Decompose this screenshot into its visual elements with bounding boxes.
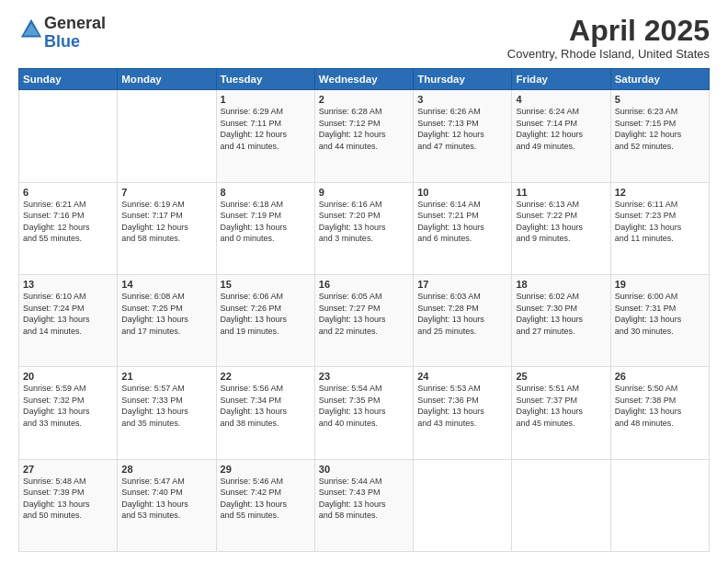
day-number: 11	[516, 187, 606, 198]
day-number: 8	[221, 187, 311, 198]
day-info: Sunrise: 6:21 AM Sunset: 7:16 PM Dayligh…	[23, 199, 113, 245]
day-info: Sunrise: 6:00 AM Sunset: 7:31 PM Dayligh…	[615, 291, 705, 337]
day-info: Sunrise: 6:06 AM Sunset: 7:26 PM Dayligh…	[221, 291, 311, 337]
cell-w1-d2	[118, 90, 216, 182]
day-number: 28	[121, 464, 211, 475]
day-info: Sunrise: 6:08 AM Sunset: 7:25 PM Dayligh…	[121, 291, 211, 337]
day-number: 27	[23, 464, 113, 475]
day-info: Sunrise: 6:28 AM Sunset: 7:12 PM Dayligh…	[319, 106, 409, 152]
cell-w5-d4: 30Sunrise: 5:44 AM Sunset: 7:43 PM Dayli…	[314, 459, 413, 551]
cell-w4-d3: 22Sunrise: 5:56 AM Sunset: 7:34 PM Dayli…	[216, 367, 314, 459]
day-info: Sunrise: 6:14 AM Sunset: 7:21 PM Dayligh…	[417, 199, 507, 245]
cell-w5-d7	[610, 459, 709, 551]
day-info: Sunrise: 6:18 AM Sunset: 7:19 PM Dayligh…	[221, 199, 311, 245]
cell-w1-d3: 1Sunrise: 6:29 AM Sunset: 7:11 PM Daylig…	[216, 90, 314, 182]
day-number: 4	[516, 94, 606, 105]
calendar-header-row: Sunday Monday Tuesday Wednesday Thursday…	[19, 69, 710, 90]
day-number: 20	[23, 371, 113, 382]
calendar-table: Sunday Monday Tuesday Wednesday Thursday…	[18, 68, 710, 552]
cell-w3-d2: 14Sunrise: 6:08 AM Sunset: 7:25 PM Dayli…	[118, 274, 216, 366]
logo: General Blue	[18, 15, 106, 52]
day-number: 24	[417, 371, 507, 382]
cell-w2-d3: 8Sunrise: 6:18 AM Sunset: 7:19 PM Daylig…	[216, 182, 314, 274]
day-info: Sunrise: 5:59 AM Sunset: 7:32 PM Dayligh…	[23, 383, 113, 429]
day-number: 17	[417, 279, 507, 290]
cell-w5-d6	[512, 459, 610, 551]
day-number: 13	[23, 279, 113, 290]
cell-w4-d4: 23Sunrise: 5:54 AM Sunset: 7:35 PM Dayli…	[314, 367, 413, 459]
day-number: 26	[615, 371, 705, 382]
day-number: 10	[417, 187, 507, 198]
location: Coventry, Rhode Island, United States	[507, 47, 710, 61]
day-info: Sunrise: 6:29 AM Sunset: 7:11 PM Dayligh…	[221, 106, 311, 152]
col-thursday: Thursday	[414, 69, 512, 90]
day-info: Sunrise: 5:57 AM Sunset: 7:33 PM Dayligh…	[121, 383, 211, 429]
col-monday: Monday	[118, 69, 216, 90]
week-row-1: 1Sunrise: 6:29 AM Sunset: 7:11 PM Daylig…	[19, 90, 710, 182]
cell-w4-d5: 24Sunrise: 5:53 AM Sunset: 7:36 PM Dayli…	[414, 367, 512, 459]
col-wednesday: Wednesday	[314, 69, 413, 90]
day-info: Sunrise: 5:51 AM Sunset: 7:37 PM Dayligh…	[516, 383, 606, 429]
day-number: 1	[221, 94, 311, 105]
day-info: Sunrise: 6:16 AM Sunset: 7:20 PM Dayligh…	[319, 199, 409, 245]
day-info: Sunrise: 6:13 AM Sunset: 7:22 PM Dayligh…	[516, 199, 606, 245]
cell-w3-d5: 17Sunrise: 6:03 AM Sunset: 7:28 PM Dayli…	[414, 274, 512, 366]
cell-w4-d1: 20Sunrise: 5:59 AM Sunset: 7:32 PM Dayli…	[19, 367, 118, 459]
day-info: Sunrise: 5:54 AM Sunset: 7:35 PM Dayligh…	[319, 383, 409, 429]
day-info: Sunrise: 6:11 AM Sunset: 7:23 PM Dayligh…	[615, 199, 705, 245]
header: General Blue April 2025 Coventry, Rhode …	[18, 15, 710, 61]
day-number: 14	[121, 279, 211, 290]
day-number: 9	[319, 187, 409, 198]
cell-w5-d1: 27Sunrise: 5:48 AM Sunset: 7:39 PM Dayli…	[19, 459, 118, 551]
cell-w3-d6: 18Sunrise: 6:02 AM Sunset: 7:30 PM Dayli…	[512, 274, 610, 366]
cell-w4-d6: 25Sunrise: 5:51 AM Sunset: 7:37 PM Dayli…	[512, 367, 610, 459]
day-info: Sunrise: 6:19 AM Sunset: 7:17 PM Dayligh…	[121, 199, 211, 245]
cell-w4-d2: 21Sunrise: 5:57 AM Sunset: 7:33 PM Dayli…	[118, 367, 216, 459]
logo-blue-text: Blue	[44, 32, 80, 51]
day-info: Sunrise: 5:56 AM Sunset: 7:34 PM Dayligh…	[221, 383, 311, 429]
cell-w3-d4: 16Sunrise: 6:05 AM Sunset: 7:27 PM Dayli…	[314, 274, 413, 366]
week-row-5: 27Sunrise: 5:48 AM Sunset: 7:39 PM Dayli…	[19, 459, 710, 551]
day-info: Sunrise: 5:53 AM Sunset: 7:36 PM Dayligh…	[417, 383, 507, 429]
day-info: Sunrise: 6:10 AM Sunset: 7:24 PM Dayligh…	[23, 291, 113, 337]
cell-w2-d1: 6Sunrise: 6:21 AM Sunset: 7:16 PM Daylig…	[19, 182, 118, 274]
cell-w2-d7: 12Sunrise: 6:11 AM Sunset: 7:23 PM Dayli…	[610, 182, 709, 274]
day-number: 2	[319, 94, 409, 105]
day-info: Sunrise: 6:03 AM Sunset: 7:28 PM Dayligh…	[417, 291, 507, 337]
cell-w2-d4: 9Sunrise: 6:16 AM Sunset: 7:20 PM Daylig…	[314, 182, 413, 274]
cell-w3-d7: 19Sunrise: 6:00 AM Sunset: 7:31 PM Dayli…	[610, 274, 709, 366]
col-saturday: Saturday	[610, 69, 709, 90]
day-number: 19	[615, 279, 705, 290]
cell-w2-d2: 7Sunrise: 6:19 AM Sunset: 7:17 PM Daylig…	[118, 182, 216, 274]
day-number: 16	[319, 279, 409, 290]
day-info: Sunrise: 6:23 AM Sunset: 7:15 PM Dayligh…	[615, 106, 705, 152]
day-number: 18	[516, 279, 606, 290]
day-number: 5	[615, 94, 705, 105]
day-info: Sunrise: 5:46 AM Sunset: 7:42 PM Dayligh…	[221, 476, 311, 522]
week-row-2: 6Sunrise: 6:21 AM Sunset: 7:16 PM Daylig…	[19, 182, 710, 274]
day-info: Sunrise: 6:26 AM Sunset: 7:13 PM Dayligh…	[417, 106, 507, 152]
col-tuesday: Tuesday	[216, 69, 314, 90]
cell-w3-d3: 15Sunrise: 6:06 AM Sunset: 7:26 PM Dayli…	[216, 274, 314, 366]
cell-w3-d1: 13Sunrise: 6:10 AM Sunset: 7:24 PM Dayli…	[19, 274, 118, 366]
day-number: 7	[121, 187, 211, 198]
day-number: 12	[615, 187, 705, 198]
day-info: Sunrise: 5:47 AM Sunset: 7:40 PM Dayligh…	[121, 476, 211, 522]
day-number: 30	[319, 464, 409, 475]
day-info: Sunrise: 6:02 AM Sunset: 7:30 PM Dayligh…	[516, 291, 606, 337]
cell-w4-d7: 26Sunrise: 5:50 AM Sunset: 7:38 PM Dayli…	[610, 367, 709, 459]
cell-w2-d5: 10Sunrise: 6:14 AM Sunset: 7:21 PM Dayli…	[414, 182, 512, 274]
cell-w5-d3: 29Sunrise: 5:46 AM Sunset: 7:42 PM Dayli…	[216, 459, 314, 551]
logo-general-text: General	[44, 14, 106, 32]
day-number: 25	[516, 371, 606, 382]
cell-w1-d7: 5Sunrise: 6:23 AM Sunset: 7:15 PM Daylig…	[610, 90, 709, 182]
cell-w2-d6: 11Sunrise: 6:13 AM Sunset: 7:22 PM Dayli…	[512, 182, 610, 274]
day-number: 6	[23, 187, 113, 198]
col-friday: Friday	[512, 69, 610, 90]
day-number: 22	[221, 371, 311, 382]
month-title: April 2025	[507, 15, 710, 47]
day-number: 23	[319, 371, 409, 382]
title-block: April 2025 Coventry, Rhode Island, Unite…	[507, 15, 710, 61]
page: General Blue April 2025 Coventry, Rhode …	[0, 0, 728, 563]
logo-icon	[18, 17, 44, 42]
